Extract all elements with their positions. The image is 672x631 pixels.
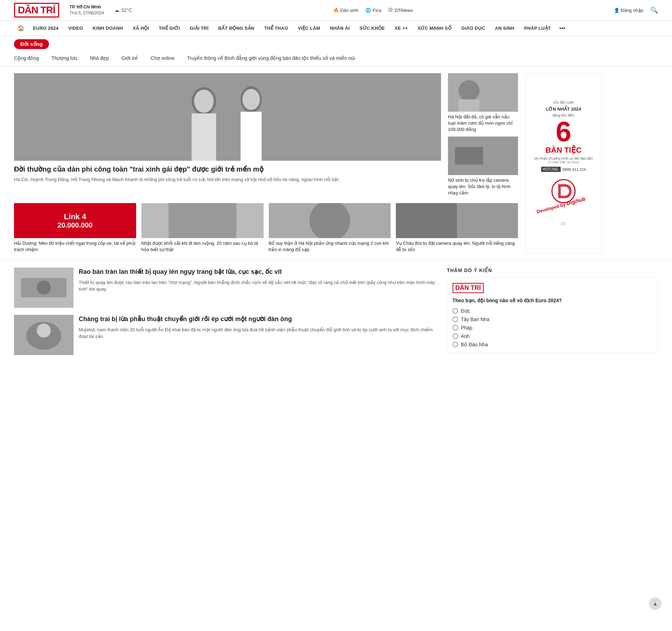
side-article-1-title[interactable]: Hà Nội đắt đỏ, cô gái vẫn nấu loạt mâm c… [448, 114, 518, 133]
user-icon: 👤 [614, 8, 620, 13]
top-bar: DÂN TRÍ TP. Hồ Chí Minh Thứ 5, 27/06/202… [0, 0, 672, 21]
side-article-2-image [448, 137, 518, 175]
svg-point-21 [37, 280, 51, 294]
sub-nav-gioitre[interactable]: Giới trẻ [115, 54, 145, 62]
poll-option-5-label: Bồ Đào Nha [461, 342, 488, 347]
poll-option-4[interactable]: Anh [453, 333, 652, 339]
nav-suckhoe[interactable]: SỨC KHỎE [355, 21, 390, 35]
nav-xepp[interactable]: XE ++ [390, 21, 413, 35]
svg-point-24 [37, 324, 51, 338]
poll-header: THĂM DÒ Ý KIẾN [447, 268, 658, 273]
nav-xahoi[interactable]: XÃ HỘI [128, 21, 154, 35]
svg-point-6 [243, 89, 260, 110]
city-name: TP. Hồ Chí Minh [70, 4, 104, 10]
hotline-badge: HOTLINE: [541, 167, 561, 172]
svg-rect-9 [458, 99, 479, 112]
bottom-article-2: Nhặt được khối sắt khi đi làm ruộng, 20 … [141, 203, 264, 253]
dan-sinh-label: Dân sinh [341, 8, 358, 13]
ad-tagline2: LỚN NHẤT 2024 [546, 106, 581, 112]
login-label: Đăng nhập [621, 8, 643, 13]
advertisement: Ưu đãi cưới LỚN NHẤT 2024 tặng lên đến 6… [525, 73, 602, 253]
fica-link[interactable]: 🌐 Fica [365, 8, 382, 13]
ad-condition: (*) Điều kiện áp dụng [548, 160, 579, 164]
digihub-branding: Developed by Digihub [551, 179, 576, 204]
sub-nav: Cộng đồng Thượng lưu Nhà đẹp Giới trẻ Ch… [0, 52, 672, 66]
poll-option-2-label: Tây Ban Nha [461, 317, 490, 322]
long-article-2-content: Chàng trai bị lừa phẫu thuật chuyển giới… [79, 315, 436, 355]
fire-icon: 🔥 [333, 8, 339, 13]
bottom-article-4: Vụ Châu Bùi bị đặt camera quay lén: Ngườ… [396, 203, 518, 253]
ad-table-label: BÀN TIỆC [545, 146, 581, 155]
poll-radio-1[interactable] [453, 308, 458, 314]
weather-icon: ☁ [114, 7, 119, 13]
poll-option-1[interactable]: Đức [453, 308, 652, 314]
poll-radio-4[interactable] [453, 333, 458, 339]
link4-title: Link 4 [64, 212, 86, 221]
nav-video[interactable]: VIDEO [63, 21, 88, 35]
poll-option-1-label: Đức [461, 308, 470, 314]
bottom-article-3-image [269, 203, 391, 238]
poll-options: Đức Tây Ban Nha Pháp Anh Bồ Đào Nha [453, 308, 652, 347]
nav-home[interactable]: 🏠 [14, 21, 28, 36]
sub-nav-truyenthong[interactable]: Truyền thông về Bình đẳng giới vùng đồng… [181, 54, 362, 62]
nav-nhanai[interactable]: NHÂN ÁI [325, 21, 355, 35]
nav-phapluat[interactable]: PHÁP LUẬT [519, 21, 556, 35]
poll-option-5[interactable]: Bồ Đào Nha [453, 342, 652, 347]
bottom-article-3: Bổ suy thận ở Hà Nội phản ứng nhanh cứu … [269, 203, 391, 253]
bottom-article-2-title[interactable]: Nhặt được khối sắt khi đi làm ruộng, 20 … [141, 240, 264, 253]
dtinews-link[interactable]: Ⓓ DTiNews [388, 7, 413, 13]
featured-article-title[interactable]: Đời thường của dàn phi công toàn "trai x… [14, 164, 441, 174]
long-article-2-title[interactable]: Chàng trai bị lừa phẫu thuật chuyển giới… [79, 315, 436, 324]
nav-vieclam[interactable]: VIỆC LÀM [293, 21, 325, 35]
d-icon: Ⓓ [388, 7, 393, 13]
bottom-article-3-title[interactable]: Bổ suy thận ở Hà Nội phản ứng nhanh cứu … [269, 240, 391, 253]
nav-thethao[interactable]: THỂ THAO [259, 21, 293, 35]
ad-tagline1: Ưu đãi cưới [553, 100, 574, 105]
bottom-article-4-title[interactable]: Vụ Châu Bùi bị đặt camera quay lén: Ngườ… [396, 240, 518, 253]
login-button[interactable]: 👤 Đăng nhập [614, 8, 643, 13]
main-nav: 🏠 EURO 2024 VIDEO KINH DOANH XÃ HỘI THẾ … [0, 21, 672, 36]
poll-option-3[interactable]: Pháp [453, 325, 652, 331]
long-article-1-content: Rao bán tràn lan thiết bị quay lén ngụy … [79, 268, 436, 308]
poll-radio-2[interactable] [453, 317, 458, 322]
long-article-1-image [14, 268, 74, 308]
nav-sucmanhso[interactable]: SỨC MẠNH SỐ [413, 21, 456, 35]
long-article-1-excerpt: Thiết bị quay lén được rao bán tràn lan … [79, 279, 436, 293]
site-logo[interactable]: DÂN TRÍ [14, 3, 59, 18]
sub-nav-choonline[interactable]: Chợ online [144, 54, 181, 62]
nav-more-button[interactable]: ••• [556, 21, 569, 36]
section-label-bar: Đời sống [0, 36, 672, 52]
sub-nav-nhadep[interactable]: Nhà đẹp [84, 54, 115, 62]
svg-point-8 [458, 80, 479, 101]
sub-nav-congdong[interactable]: Cộng đồng [14, 54, 45, 62]
left-section: Đời thường của dàn phi công toàn "trai x… [14, 73, 518, 253]
link4-image[interactable]: Link 4 20.000.000 [14, 203, 136, 238]
long-article-1-title[interactable]: Rao bán tràn lan thiết bị quay lén ngụy … [79, 268, 436, 276]
nav-giaiari[interactable]: GIẢI TRÍ [185, 21, 213, 35]
poll-radio-3[interactable] [453, 325, 458, 331]
bottom-article-1: Link 4 20.000.000 Hải Dương: Mèo 80 triệ… [14, 203, 136, 253]
bottom-article-1-title[interactable]: Hải Dương: Mèo 80 triệu chết ngạt trong … [14, 240, 136, 253]
side-article-2-title[interactable]: Nữ sinh bị chủ trọ lắp camera quay lén: … [448, 177, 518, 196]
bottom-articles-grid: Link 4 20.000.000 Hải Dương: Mèo 80 triệ… [14, 203, 518, 253]
long-article-2-image [14, 315, 74, 355]
nav-euro2024[interactable]: EURO 2024 [28, 21, 63, 35]
long-article-2-excerpt: Mujahid, nam thanh niên 20 tuổi người Ấn… [79, 326, 436, 340]
phone-number: 0906 411 214 [562, 167, 586, 172]
bottom-article-4-image [396, 203, 518, 238]
poll-option-2[interactable]: Tây Ban Nha [453, 317, 652, 322]
location-info: TP. Hồ Chí Minh Thứ 5, 27/06/2024 [70, 4, 104, 16]
nav-ansinh[interactable]: AN SINH [490, 21, 519, 35]
weather-widget: ☁ 32°C [114, 7, 132, 13]
nav-kinhdoanh[interactable]: KINH DOANH [88, 21, 128, 35]
dan-sinh-link[interactable]: 🔥 Dân sinh [333, 8, 358, 13]
top-articles: Đời thường của dàn phi công toàn "trai x… [14, 73, 518, 196]
sub-nav-thuongluu[interactable]: Thượng lưu [45, 54, 84, 62]
nav-batdongsan[interactable]: BẤT ĐỘNG SẢN [214, 21, 259, 35]
svg-point-15 [309, 203, 350, 238]
svg-rect-2 [192, 113, 216, 161]
poll-radio-5[interactable] [453, 342, 458, 347]
nav-giaoduc[interactable]: GIÁO DỤC [456, 21, 490, 35]
search-button[interactable]: 🔍 [650, 6, 658, 14]
nav-thegioi[interactable]: THẾ GIỚI [154, 21, 185, 35]
